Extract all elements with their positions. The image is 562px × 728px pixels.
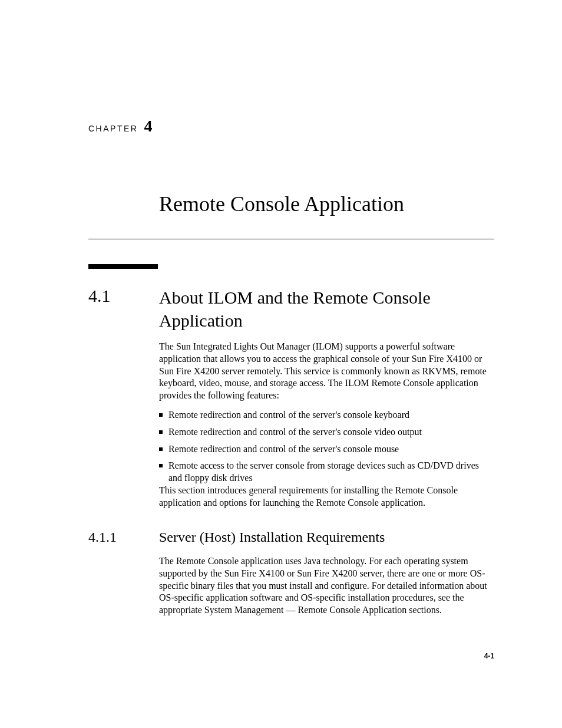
section-heading-text: About ILOM and the Remote Console Applic… — [159, 286, 494, 332]
chapter-label: CHAPTER — [88, 124, 138, 133]
list-item-text: Remote redirection and control of the se… — [168, 409, 409, 421]
section-4-1-1-para-1: The Remote Console application uses Java… — [159, 555, 494, 617]
bullet-list: Remote redirection and control of the se… — [159, 409, 494, 489]
page-number: 4-1 — [484, 652, 494, 660]
list-item: Remote redirection and control of the se… — [159, 426, 494, 439]
bullet-icon — [159, 464, 163, 467]
section-number: 4.1 — [88, 286, 124, 306]
bullet-icon — [159, 413, 163, 417]
section-4-1-para-2: This section introduces general requirem… — [159, 485, 494, 509]
chapter-title: Remote Console Application — [159, 192, 404, 216]
list-item-text: Remote redirection and control of the se… — [168, 443, 399, 456]
list-item: Remote redirection and control of the se… — [159, 409, 494, 421]
list-item: Remote redirection and control of the se… — [159, 443, 494, 456]
section-heading-4-1: 4.1 About ILOM and the Remote Console Ap… — [88, 286, 494, 332]
list-item-text: Remote redirection and control of the se… — [168, 426, 422, 439]
horizontal-rule — [88, 239, 494, 239]
list-item-text: Remote access to the server console from… — [168, 460, 494, 485]
chapter-line: CHAPTER 4 — [88, 117, 152, 136]
subsection-number: 4.1.1 — [88, 529, 124, 545]
list-item: Remote access to the server console from… — [159, 460, 494, 485]
subsection-heading-text: Server (Host) Installation Requirements — [159, 529, 385, 545]
accent-bar — [88, 264, 158, 269]
chapter-number: 4 — [144, 117, 152, 136]
page: CHAPTER 4 Remote Console Application 4.1… — [0, 0, 562, 728]
section-4-1-para-1: The Sun Integrated Lights Out Manager (I… — [159, 341, 494, 402]
bullet-icon — [159, 430, 163, 434]
section-heading-4-1-1: 4.1.1 Server (Host) Installation Require… — [88, 529, 494, 545]
bullet-icon — [159, 447, 163, 451]
